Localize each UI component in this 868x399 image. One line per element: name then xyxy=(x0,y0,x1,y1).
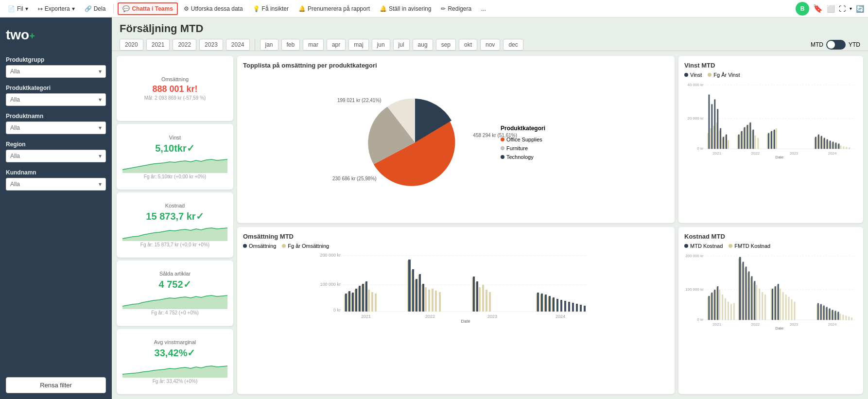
svg-rect-156 xyxy=(730,304,732,320)
produktgrupp-select[interactable]: Alla ▾ xyxy=(6,65,106,78)
toolbar-chatta[interactable]: 💬 Chatta i Teams xyxy=(118,2,177,15)
vinst-mtd-chart: 40 000 kr 20 000 kr 0 kr xyxy=(684,80,857,157)
year-2024[interactable]: 2024 xyxy=(226,39,250,51)
svg-rect-55 xyxy=(537,293,539,312)
vinst-mtd-title: Vinst MTD xyxy=(684,62,857,69)
region-select[interactable]: Alla ▾ xyxy=(6,150,106,162)
refresh-icon[interactable]: 🔄 xyxy=(856,5,864,13)
svg-rect-207 xyxy=(829,309,831,320)
svg-rect-57 xyxy=(545,295,547,312)
toolbar-fa-insikter[interactable]: 💡 Få insikter xyxy=(249,3,293,14)
vinst-mtd-legend: Vinst Fg År Vinst xyxy=(684,72,857,78)
svg-rect-117 xyxy=(723,137,724,149)
toolbar-dela[interactable]: 🔗 Dela xyxy=(81,3,110,14)
svg-rect-205 xyxy=(823,306,825,320)
metrics-column: Omsättning 888 001 kr! Mål: 2 093 869 kr… xyxy=(117,56,233,394)
month-jul[interactable]: jul xyxy=(393,39,410,51)
svg-rect-111 xyxy=(849,147,850,149)
svg-text:Date: Date xyxy=(461,319,470,324)
toolbar-exportera[interactable]: ↦ Exportera ▾ xyxy=(34,3,79,14)
svg-rect-201 xyxy=(775,286,776,320)
kundnamn-select[interactable]: Alla ▾ xyxy=(6,178,106,191)
toolbar-stall-in[interactable]: 🔔 Ställ in avisering xyxy=(376,3,435,14)
vinst-dot xyxy=(684,73,688,77)
kostnad-sparkline xyxy=(122,224,227,241)
pie-legend-title: Produktkategori xyxy=(501,125,545,132)
svg-rect-134 xyxy=(833,141,834,149)
svg-rect-171 xyxy=(780,289,781,320)
toolbar-fil[interactable]: 📄 Fil ▾ xyxy=(4,3,32,14)
month-apr[interactable]: apr xyxy=(327,39,346,51)
stall-in-icon: 🔔 xyxy=(380,5,387,12)
svg-rect-188 xyxy=(848,316,850,320)
svg-rect-48 xyxy=(408,260,411,312)
produktkategori-select[interactable]: Alla ▾ xyxy=(6,93,106,106)
avg-title: Avg vinstmarginal xyxy=(122,339,227,345)
toolbar-utforska[interactable]: ⚙ Utforska dessa data xyxy=(180,3,247,14)
mtd-kostnad-dot xyxy=(684,244,688,248)
svg-rect-122 xyxy=(747,125,748,149)
page-title: Försäljning MTD xyxy=(120,22,860,35)
prenumerera-icon: 🔔 xyxy=(298,5,306,12)
omsattning-legend-label: Omsättning xyxy=(249,243,276,249)
produktkategori-chevron: ▾ xyxy=(99,96,102,103)
svg-text:2024: 2024 xyxy=(828,322,837,327)
svg-rect-129 xyxy=(818,135,819,149)
expand-arrow[interactable]: ▾ xyxy=(850,6,852,11)
month-jun[interactable]: jun xyxy=(372,39,390,51)
svg-rect-64 xyxy=(572,303,574,312)
pie-label-technology: 458 294 kr (51,61%) xyxy=(473,133,517,138)
month-jan[interactable]: jan xyxy=(260,39,278,51)
vinst-sparkline xyxy=(122,156,227,173)
logo: two+ xyxy=(6,27,35,43)
svg-rect-17 xyxy=(368,290,370,312)
svg-rect-19 xyxy=(375,294,377,312)
month-aug[interactable]: aug xyxy=(413,39,433,51)
mtd-ytd-toggle[interactable] xyxy=(826,40,846,50)
svg-text:Date: Date xyxy=(775,155,783,159)
month-feb[interactable]: feb xyxy=(281,39,300,51)
year-2022[interactable]: 2022 xyxy=(173,39,196,51)
vinst-title: Vinst xyxy=(122,135,227,140)
mtd-ytd-toggle-area: MTD YTD xyxy=(811,40,860,50)
bookmark-icon[interactable]: 🔖 xyxy=(813,4,823,13)
svg-text:2023: 2023 xyxy=(487,314,497,319)
clear-filter-button[interactable]: Rensa filter xyxy=(6,377,106,393)
svg-rect-120 xyxy=(741,131,743,149)
expand-icon[interactable]: ⛶ xyxy=(839,5,846,13)
svg-rect-32 xyxy=(479,287,481,312)
month-dec[interactable]: dec xyxy=(503,39,523,51)
year-2020[interactable]: 2020 xyxy=(120,39,143,51)
chatta-icon: 💬 xyxy=(122,5,130,12)
month-okt[interactable]: okt xyxy=(459,39,477,51)
toolbar-prenumerera[interactable]: 🔔 Prenumerera på rapport xyxy=(295,3,374,14)
fg-vinst-dot xyxy=(708,73,712,77)
svg-rect-114 xyxy=(714,99,715,149)
svg-rect-126 xyxy=(771,131,772,149)
svg-rect-204 xyxy=(820,304,822,320)
window-icon[interactable]: ⬜ xyxy=(827,5,835,13)
month-sep[interactable]: sep xyxy=(436,39,456,51)
year-2021[interactable]: 2021 xyxy=(146,39,170,51)
svg-rect-119 xyxy=(738,135,740,149)
svg-rect-128 xyxy=(815,137,816,149)
svg-rect-200 xyxy=(772,289,773,320)
toolbar: 📄 Fil ▾ ↦ Exportera ▾ 🔗 Dela 💬 Chatta i … xyxy=(0,0,868,17)
month-maj[interactable]: maj xyxy=(348,39,368,51)
svg-text:Date: Date xyxy=(775,326,783,330)
svg-text:0 kr: 0 kr xyxy=(697,317,704,322)
svg-text:2021: 2021 xyxy=(712,322,721,327)
svg-text:2022: 2022 xyxy=(425,314,435,319)
toolbar-redigera[interactable]: ✏ Redigera xyxy=(437,3,475,14)
month-mar[interactable]: mar xyxy=(303,39,324,51)
svg-rect-18 xyxy=(371,292,373,312)
omsattning-title: Omsättning xyxy=(122,76,227,82)
svg-text:2024: 2024 xyxy=(556,314,565,319)
toolbar-more[interactable]: ... xyxy=(477,3,490,14)
fg-omsattning-dot xyxy=(282,244,286,248)
svg-rect-172 xyxy=(782,292,784,320)
month-nov[interactable]: nov xyxy=(480,39,500,51)
year-2023[interactable]: 2023 xyxy=(199,39,223,51)
produktnamn-select[interactable]: Alla ▾ xyxy=(6,121,106,134)
metric-avg-vinstmarginal: Avg vinstmarginal 33,42%✓ Fg år: 33,42% … xyxy=(117,329,233,394)
